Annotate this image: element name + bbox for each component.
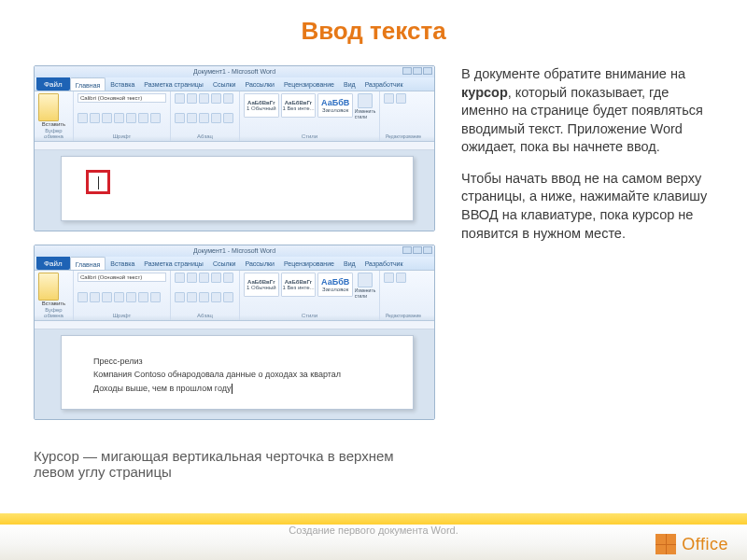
font-name-combo[interactable]: Calibri (Основной текст) — [78, 93, 166, 103]
ribbon-group-paragraph: Абзац — [171, 91, 240, 141]
tab-home[interactable]: Главная — [70, 257, 106, 270]
paragraph-1: В документе обратите внимание на курсор,… — [461, 65, 719, 157]
footer-text: Создание первого документа Word. — [0, 525, 747, 536]
window-title: Документ1 - Microsoft Word — [193, 247, 275, 254]
ruler — [35, 142, 434, 150]
ribbon-group-clipboard: Вставить Буфер обмена — [35, 271, 74, 320]
paragraph-2: Чтобы начать ввод не на самом верху стра… — [461, 170, 719, 243]
content-row: Документ1 - Microsoft Word Файл Главная … — [34, 65, 719, 420]
ribbon: Вставить Буфер обмена Calibri (Основной … — [35, 271, 434, 321]
window-titlebar: Документ1 - Microsoft Word — [35, 66, 434, 77]
change-styles-icon[interactable] — [358, 273, 373, 287]
style-nospace[interactable]: АаБбВвГг1 Без инте... — [281, 93, 317, 118]
para-buttons-2 — [175, 113, 235, 123]
text-cursor — [232, 384, 233, 394]
tab-insert[interactable]: Вставка — [106, 77, 139, 91]
window-controls — [402, 246, 432, 254]
tab-view[interactable]: Вид — [339, 77, 360, 91]
tab-refs[interactable]: Ссылки — [208, 257, 241, 270]
slide: Ввод текста Документ1 - Microsoft Word Ф… — [0, 0, 747, 560]
font-name-combo[interactable]: Calibri (Основной текст) — [78, 273, 166, 282]
office-logo-text: Office — [682, 535, 728, 554]
ribbon-tabs: Файл Главная Вставка Разметка страницы С… — [35, 257, 434, 271]
tab-mail[interactable]: Рассылки — [241, 77, 279, 91]
cursor-highlight-box — [86, 170, 110, 194]
style-normal[interactable]: АаБбВвГг1 Обычный — [244, 273, 279, 297]
slide-title: Ввод текста — [0, 0, 747, 46]
font-buttons — [78, 292, 166, 302]
font-label: Шрифт — [78, 133, 166, 139]
paste-icon[interactable] — [38, 93, 59, 121]
window-title: Документ1 - Microsoft Word — [193, 68, 275, 75]
style-heading[interactable]: АаБбВЗаголовок — [317, 93, 353, 118]
doc-line-2: Компания Contoso обнародовала данные о д… — [93, 368, 387, 381]
document-page[interactable] — [61, 156, 414, 221]
tab-layout[interactable]: Разметка страницы — [139, 257, 208, 270]
tab-dev[interactable]: Разработчик — [360, 77, 408, 91]
tab-review[interactable]: Рецензирование — [279, 257, 339, 270]
ribbon-group-styles: АаБбВвГг1 Обычный АаБбВвГг1 Без инте... … — [240, 271, 380, 320]
office-logo: Office — [655, 534, 728, 554]
doc-line-1: Пресс-релиз — [93, 355, 387, 368]
screenshot-column: Документ1 - Microsoft Word Файл Главная … — [34, 65, 435, 420]
ribbon-group-clipboard: Вставить Буфер обмена — [35, 91, 74, 141]
tab-view[interactable]: Вид — [339, 257, 360, 270]
clipboard-label: Буфер обмена — [38, 306, 69, 318]
para-buttons-1 — [175, 93, 235, 104]
style-gallery[interactable]: АаБбВвГг1 Обычный АаБбВвГг1 Без инте... … — [244, 273, 375, 299]
tab-mail[interactable]: Рассылки — [241, 257, 279, 270]
tab-file[interactable]: Файл — [36, 257, 70, 270]
style-gallery[interactable]: АаБбВвГг1 Обычный АаБбВвГг1 Без инте... … — [244, 93, 375, 119]
ribbon-group-paragraph: Абзац — [171, 271, 240, 320]
editing-buttons — [384, 93, 423, 104]
change-styles-icon[interactable] — [358, 93, 373, 108]
tab-review[interactable]: Рецензирование — [279, 77, 339, 91]
ruler — [35, 321, 434, 329]
doc-line-3: Доходы выше, чем в прошлом году — [93, 382, 387, 395]
ribbon-group-font: Calibri (Основной текст) Шрифт — [74, 271, 171, 320]
tab-home[interactable]: Главная — [70, 77, 106, 91]
paragraph-label: Абзац — [175, 133, 235, 139]
editing-label: Редактирование — [384, 312, 423, 318]
page-area — [35, 150, 434, 231]
word-window-2: Документ1 - Microsoft Word Файл Главная … — [34, 245, 435, 420]
styles-label: Стили — [244, 133, 375, 139]
window-controls — [402, 67, 432, 75]
style-heading[interactable]: АаБбВЗаголовок — [317, 273, 353, 297]
document-page[interactable]: Пресс-релиз Компания Contoso обнародовал… — [61, 335, 414, 410]
window-titlebar: Документ1 - Microsoft Word — [35, 245, 434, 257]
tab-dev[interactable]: Разработчик — [360, 257, 408, 270]
office-logo-icon — [655, 534, 676, 554]
font-label: Шрифт — [78, 312, 166, 318]
tab-insert[interactable]: Вставка — [106, 257, 139, 270]
tab-refs[interactable]: Ссылки — [208, 77, 241, 91]
style-nospace[interactable]: АаБбВвГг1 Без инте... — [281, 273, 317, 297]
tab-layout[interactable]: Разметка страницы — [139, 77, 208, 91]
editing-label: Редактирование — [384, 133, 423, 139]
word-window-1: Документ1 - Microsoft Word Файл Главная … — [34, 65, 435, 231]
styles-label: Стили — [244, 312, 375, 318]
paragraph-label: Абзац — [175, 312, 235, 318]
font-buttons — [78, 113, 166, 123]
tab-file[interactable]: Файл — [36, 77, 70, 91]
ribbon-group-styles: АаБбВвГг1 Обычный АаБбВвГг1 Без инте... … — [240, 91, 380, 141]
clipboard-label: Буфер обмена — [38, 127, 69, 139]
ribbon-group-editing: Редактирование — [380, 91, 427, 141]
caption: Курсор — мигающая вертикальная черточка … — [34, 448, 435, 480]
ribbon: Вставить Буфер обмена Calibri (Основной … — [35, 91, 434, 142]
paste-icon[interactable] — [38, 273, 59, 301]
style-normal[interactable]: АаБбВвГг1 Обычный — [244, 93, 279, 118]
page-area: Пресс-релиз Компания Contoso обнародовал… — [35, 329, 434, 419]
body-text: В документе обратите внимание на курсор,… — [461, 65, 719, 420]
ribbon-tabs: Файл Главная Вставка Разметка страницы С… — [35, 77, 434, 91]
ribbon-group-font: Calibri (Основной текст) Шрифт — [74, 91, 171, 141]
ribbon-group-editing: Редактирование — [380, 271, 427, 320]
